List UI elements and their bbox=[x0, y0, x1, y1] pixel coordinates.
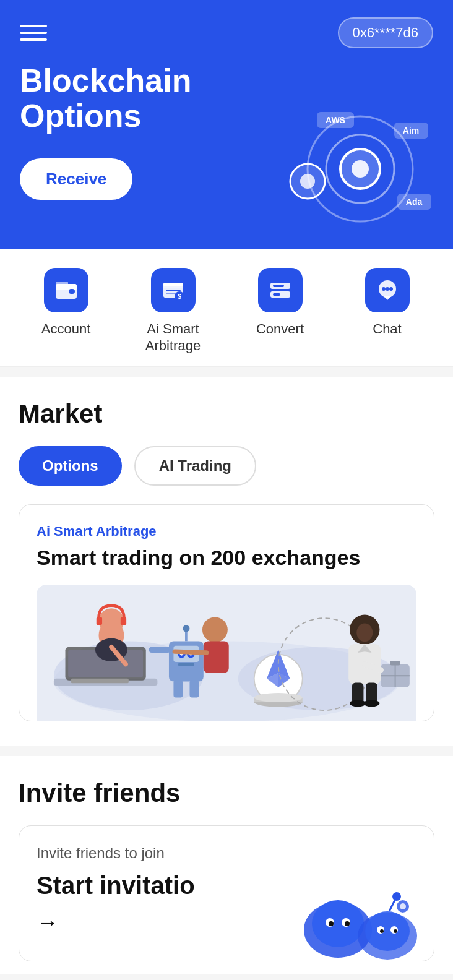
chat-icon-box bbox=[365, 268, 410, 312]
svg-point-77 bbox=[363, 700, 379, 707]
nav-item-convert[interactable]: Convert bbox=[243, 268, 317, 337]
svg-rect-18 bbox=[163, 286, 183, 288]
svg-rect-55 bbox=[189, 681, 199, 698]
svg-point-76 bbox=[350, 700, 366, 707]
market-card: Ai Smart Arbitrage Smart trading on 200 … bbox=[19, 504, 434, 721]
market-tabs: Options AI Trading bbox=[19, 446, 434, 486]
svg-point-29 bbox=[386, 287, 389, 291]
svg-line-95 bbox=[389, 899, 395, 911]
svg-point-87 bbox=[329, 921, 334, 926]
market-section: Market Options AI Trading Ai Smart Arbit… bbox=[0, 377, 453, 746]
svg-rect-56 bbox=[149, 647, 170, 653]
svg-point-71 bbox=[356, 624, 373, 642]
chart-icon: $ bbox=[161, 278, 186, 303]
market-title: Market bbox=[19, 399, 434, 429]
convert-label: Convert bbox=[256, 321, 304, 337]
svg-rect-19 bbox=[166, 290, 181, 291]
convert-icon bbox=[268, 278, 293, 303]
invite-section: Invite friends Invite friends to join St… bbox=[0, 756, 453, 974]
svg-point-5 bbox=[300, 174, 315, 189]
invite-title: Invite friends bbox=[19, 778, 434, 808]
svg-rect-15 bbox=[56, 282, 68, 285]
svg-point-58 bbox=[202, 617, 228, 642]
receive-button[interactable]: Receive bbox=[20, 158, 132, 200]
svg-rect-25 bbox=[273, 285, 284, 287]
svg-rect-59 bbox=[204, 642, 229, 673]
card-title: Smart trading on 200 exchanges bbox=[37, 546, 416, 570]
card-illustration bbox=[37, 585, 416, 721]
account-label: Account bbox=[41, 321, 91, 337]
svg-point-84 bbox=[312, 900, 364, 947]
page-title: Blockchain Options bbox=[20, 63, 280, 134]
svg-rect-17 bbox=[163, 283, 183, 286]
svg-rect-42 bbox=[121, 617, 126, 625]
card-tag: Ai Smart Arbitrage bbox=[37, 523, 416, 539]
ai-trading-tab[interactable]: AI Trading bbox=[134, 446, 256, 486]
svg-rect-51 bbox=[178, 663, 194, 666]
menu-button[interactable] bbox=[20, 25, 47, 41]
wallet-icon bbox=[54, 278, 79, 303]
svg-point-93 bbox=[380, 929, 384, 933]
chat-icon bbox=[375, 278, 400, 303]
svg-point-68 bbox=[254, 693, 303, 702]
svg-point-96 bbox=[392, 892, 401, 901]
svg-point-3 bbox=[352, 160, 369, 178]
header-top: 0x6****7d6 bbox=[20, 17, 433, 48]
svg-rect-14 bbox=[69, 289, 75, 294]
nav-item-ai-smart-arbitrage[interactable]: $ Ai SmartArbitrage bbox=[136, 268, 210, 354]
svg-rect-41 bbox=[97, 617, 102, 625]
svg-point-90 bbox=[365, 911, 410, 951]
svg-rect-26 bbox=[273, 293, 280, 296]
ai-arbitrage-label: Ai SmartArbitrage bbox=[145, 321, 201, 354]
svg-rect-54 bbox=[173, 681, 183, 698]
svg-point-28 bbox=[382, 287, 386, 291]
header: 0x6****7d6 Blockchain Options Receive AW… bbox=[0, 0, 453, 249]
wallet-address[interactable]: 0x6****7d6 bbox=[338, 17, 433, 48]
svg-line-60 bbox=[175, 651, 206, 653]
svg-text:Aim: Aim bbox=[403, 126, 419, 135]
nav-section: Account $ Ai SmartArbitrage bbox=[0, 249, 453, 367]
svg-point-98 bbox=[400, 903, 406, 909]
svg-text:Ada: Ada bbox=[406, 197, 423, 207]
nav-item-account[interactable]: Account bbox=[29, 268, 103, 337]
invite-subtitle: Invite friends to join bbox=[37, 845, 416, 862]
invite-illustration bbox=[298, 862, 421, 961]
svg-rect-20 bbox=[166, 293, 176, 294]
svg-text:$: $ bbox=[178, 293, 181, 300]
ai-arbitrage-icon-box: $ bbox=[151, 268, 196, 312]
svg-point-88 bbox=[345, 921, 350, 926]
svg-point-94 bbox=[394, 929, 397, 933]
svg-text:AWS: AWS bbox=[326, 115, 345, 125]
convert-icon-box bbox=[258, 268, 303, 312]
svg-point-53 bbox=[183, 625, 189, 632]
header-illustration: AWS Aim Ada bbox=[280, 101, 441, 225]
svg-rect-38 bbox=[71, 679, 129, 683]
svg-point-40 bbox=[98, 609, 124, 634]
account-icon-box bbox=[44, 268, 88, 312]
svg-point-30 bbox=[389, 287, 393, 291]
options-tab[interactable]: Options bbox=[19, 446, 122, 486]
nav-item-chat[interactable]: Chat bbox=[350, 268, 425, 337]
chat-label: Chat bbox=[373, 321, 401, 337]
invite-card: Invite friends to join Start invitatio → bbox=[19, 825, 434, 961]
